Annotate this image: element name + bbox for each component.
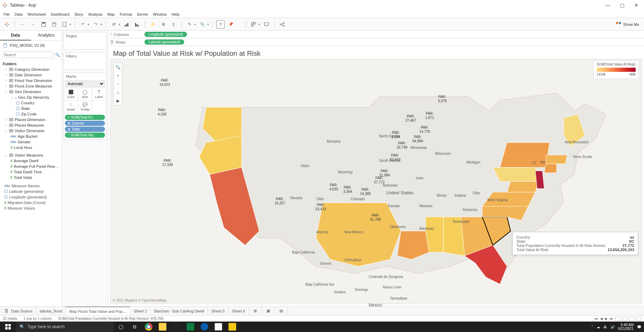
new-worksheet-tab[interactable]: ⊞ [249,307,262,315]
new-dashboard-tab[interactable]: ▦ [262,307,275,315]
undo-button[interactable]: ↶ [78,20,87,29]
taskbar-excel[interactable] [184,322,197,332]
task-view-button[interactable]: ◯ [114,322,128,332]
save-button[interactable] [39,20,48,29]
folder-visitor-dimension[interactable]: ⌄Visitor Dimension [1,128,60,134]
forward-button[interactable]: → [29,20,37,29]
show-me-button[interactable]: Show Me [614,21,641,28]
field-average-full-panel[interactable]: #Average Full Panel Rew… [1,164,60,169]
tray-chevron-icon[interactable]: ˄ [591,325,593,329]
menu-format[interactable]: Format [120,12,132,16]
view-mode-4[interactable] [636,317,641,321]
rows-shelf[interactable]: ☰Rows Latitude (generated) [108,38,644,46]
field-total-dwell-time[interactable]: #Total Dwell Time [1,169,60,175]
start-button[interactable] [0,322,16,332]
format-button[interactable]: ✎ [185,20,194,29]
field-measure-names[interactable]: AbcMeasure Names [1,183,60,189]
folder-places-measures[interactable]: ›Places Measures [1,122,60,128]
nav-last-button[interactable]: ⏭ [610,317,613,321]
map-zoom-out-button[interactable]: − [114,80,122,88]
state-ms[interactable] [426,217,443,252]
field-zip-code[interactable]: Zip Code [1,111,60,117]
map-home-button[interactable]: ⌂ [114,88,122,97]
field-local-hour[interactable]: #Local Hour [1,145,60,150]
sheet-tab-4[interactable]: Sheet 5 [208,307,229,315]
cortana-button[interactable]: ⊟ [128,322,142,332]
sheet-tab-3[interactable]: Barchart - Sub Cat/Avg Dwell [151,307,208,315]
view-mode-2[interactable] [622,317,627,321]
map-zoom-in-button[interactable]: + [114,71,122,80]
attach-button[interactable]: 📎 [198,20,207,29]
tableau-icon[interactable] [3,20,11,29]
nav-first-button[interactable]: ⏮ [594,317,598,321]
taskbar-search[interactable]: 🔍 Type here to search [16,322,114,332]
folder-flood-zone-measures[interactable]: ›Flood Zone Measures [1,83,60,89]
folder-flood-year-dimension[interactable]: ›Flood Year Dimension [1,78,60,83]
field-gender[interactable]: AbcGender [1,139,60,145]
viz-title[interactable]: Map of Total Value at Risk w/ Population… [108,46,644,59]
tab-analytics[interactable]: Analytics [31,31,62,40]
menu-data[interactable]: Data [15,12,23,16]
map-play-button[interactable]: ▶ [114,97,122,105]
state-tx[interactable] [316,203,401,266]
totals-button[interactable]: Σ [170,20,178,29]
taskbar-tableau[interactable] [211,322,225,332]
new-story-tab[interactable]: ▤ [275,307,288,315]
state-pa[interactable] [493,167,539,182]
sheet-tab-2[interactable]: Sheet 2 [130,307,151,315]
pages-shelf[interactable]: Pages [63,32,106,50]
system-tray[interactable]: ˄ ☁ 🖧 🔊 5:40 AM 5/21/2021 💬 [589,322,644,332]
nav-prev-button[interactable]: ◀ [600,317,603,321]
field-state[interactable]: State [1,106,60,111]
fit-button[interactable] [249,20,258,29]
pill-longitude[interactable]: Longitude (generated) [144,32,187,37]
state-ma[interactable] [546,155,567,164]
field-search-input[interactable] [2,52,54,58]
marks-tooltip-button[interactable]: 💬Tooltip [78,100,92,113]
redo-button[interactable]: ↷ [91,20,100,29]
maximize-button[interactable]: ▢ [620,2,624,8]
marks-label-button[interactable]: TLabel [92,88,106,100]
pill-country[interactable]: ⊞Country [65,121,105,126]
nav-next-button[interactable]: ▶ [605,317,608,321]
state-ct[interactable] [544,164,557,173]
sort-desc-button[interactable] [133,20,141,29]
menu-worksheet[interactable]: Worksheet [28,12,46,16]
marks-detail-button[interactable]: ⁙Detail [64,100,78,113]
minimize-button[interactable]: — [605,2,610,8]
filters-shelf[interactable]: Filters [63,52,106,70]
sheet-tab-1[interactable]: Map Flood Total Value and Pop… [66,307,130,315]
pill-latitude[interactable]: Latitude (generated) [144,39,184,45]
new-datasource-button[interactable] [50,20,58,29]
map-viz[interactable]: 🔍 + − ⌂ ▶ Montana North Dakota South Dak… [110,59,642,304]
folder-date-dimension[interactable]: ›Date Dimension [1,72,60,78]
tray-volume-icon[interactable]: 🔊 [611,325,615,329]
state-md[interactable] [507,182,539,192]
presentation-button[interactable] [262,20,271,29]
share-button[interactable] [278,20,286,29]
menu-dashboard[interactable]: Dashboard [51,12,69,16]
menu-window[interactable]: Window [153,12,167,16]
folder-places-dimension[interactable]: ›Places Dimension [1,117,60,122]
sheet-tab-0[interactable]: tabular_flood [36,307,66,315]
tab-data[interactable]: Data [0,31,31,40]
pin-button[interactable]: 📌 [227,20,235,29]
pill-state[interactable]: ⊞State [65,127,105,132]
menu-help[interactable]: Help [172,12,180,16]
labels-button[interactable]: T [216,20,225,29]
pill-sum-total-pop[interactable]: TSUM(Total Po.. [65,115,105,120]
group-button[interactable]: ⊞ [159,20,167,29]
taskbar-clock[interactable]: 5:40 AM 5/21/2021 [618,323,634,331]
map-search-button[interactable]: 🔍 [114,63,122,71]
field-migrated-data-count[interactable]: #Migrated Data (Count) [1,200,60,205]
taskbar-powerbi[interactable] [225,322,239,332]
menu-analysis[interactable]: Analysis [88,12,103,16]
sheet-tab-5[interactable]: Sheet 6 [229,307,249,315]
menu-file[interactable]: File [3,12,10,16]
notifications-button[interactable]: 💬 [637,325,641,329]
marks-type-select[interactable]: Automatic [65,81,105,87]
state-nj[interactable] [536,171,544,189]
hierarchy-geo-zip[interactable]: ⌄ₕGeo Zip Hierarchy [1,95,60,100]
field-longitude-generated[interactable]: Longitude (generated) [1,194,60,200]
field-country[interactable]: Country [1,100,60,106]
